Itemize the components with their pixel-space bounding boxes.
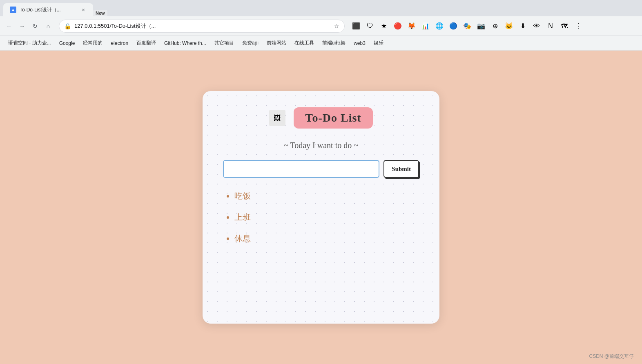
card-title-badge: To-Do List bbox=[294, 107, 372, 129]
bookmark-label-12: 娱乐 bbox=[374, 40, 383, 47]
bookmark-label-5: GitHub: Where th... bbox=[164, 40, 206, 46]
bookmark-item-2[interactable]: 经常用的 bbox=[80, 38, 106, 48]
browser-tab-active[interactable]: ● To-Do-List设计（... ✕ bbox=[3, 3, 93, 16]
bookmark-item-1[interactable]: Google bbox=[56, 39, 78, 48]
bookmark-item-11[interactable]: web3 bbox=[350, 39, 369, 48]
extension-icon-4[interactable]: 🔴 bbox=[391, 20, 404, 33]
extension-icon-14[interactable]: N bbox=[544, 20, 557, 33]
extension-icon-13[interactable]: 👁 bbox=[530, 20, 543, 33]
subtitle-text: ~ Today I want to do ~ bbox=[284, 141, 358, 150]
input-row: Submit bbox=[223, 160, 419, 178]
home-button[interactable]: ⌂ bbox=[42, 20, 54, 32]
new-tab-icon[interactable]: ⊕ bbox=[488, 20, 502, 33]
bookmark-label-11: web3 bbox=[354, 40, 366, 46]
tab-favicon: ● bbox=[10, 7, 16, 13]
new-tab-badge[interactable]: New bbox=[93, 10, 107, 16]
extension-icon-8[interactable]: 🔵 bbox=[447, 20, 460, 33]
page-content: 🖼 To-Do List ~ Today I want to do ~ Subm… bbox=[0, 51, 642, 364]
todo-card: 🖼 To-Do List ~ Today I want to do ~ Subm… bbox=[203, 91, 439, 324]
bookmark-item-6[interactable]: 其它项目 bbox=[211, 38, 237, 48]
bookmark-item-4[interactable]: 百度翻译 bbox=[133, 38, 159, 48]
bookmark-item-3[interactable]: electron bbox=[107, 39, 132, 48]
extension-icon-9[interactable]: 🎭 bbox=[461, 20, 474, 33]
bookmark-label-1: Google bbox=[59, 40, 75, 46]
bookmark-item-12[interactable]: 娱乐 bbox=[370, 38, 387, 48]
tab-title: To-Do-List设计（... bbox=[20, 7, 77, 13]
forward-button[interactable]: → bbox=[16, 20, 28, 32]
tab-close-button[interactable]: ✕ bbox=[80, 7, 87, 13]
bookmark-label-7: 免费api bbox=[242, 40, 259, 47]
bookmark-item-8[interactable]: 前端网站 bbox=[263, 38, 290, 48]
bookmark-label-0: 语雀空间 - 助力企... bbox=[8, 40, 51, 47]
address-text: 127.0.0.1:5501/To-Do-List设计（... bbox=[74, 22, 331, 30]
bookmark-item-9[interactable]: 在线工具 bbox=[291, 38, 317, 48]
browser-chrome: ● To-Do-List设计（... ✕ New ← → ↻ ⌂ 🔒 127.0… bbox=[0, 0, 642, 51]
list-item: 休息 bbox=[234, 233, 419, 244]
browser-tab-bar: ● To-Do-List设计（... ✕ New bbox=[0, 0, 642, 16]
card-logo-image: 🖼 bbox=[269, 110, 285, 126]
extension-icon-6[interactable]: 📊 bbox=[419, 20, 432, 33]
extension-icon-10[interactable]: 📷 bbox=[475, 20, 488, 33]
extension-icon-1[interactable]: ⬛ bbox=[350, 20, 363, 33]
bookmarks-bar: 语雀空间 - 助力企... Google 经常用的 electron 百度翻译 … bbox=[0, 36, 642, 51]
bookmark-label-9: 在线工具 bbox=[294, 40, 314, 47]
list-item: 上班 bbox=[234, 211, 419, 223]
extension-icon-11[interactable]: 🐱 bbox=[502, 20, 515, 33]
todo-input[interactable] bbox=[223, 160, 379, 178]
list-item: 吃饭 bbox=[234, 190, 419, 202]
menu-button[interactable]: ⋮ bbox=[572, 20, 585, 33]
bookmark-item-10[interactable]: 前端ui框架 bbox=[319, 38, 349, 48]
bookmark-label-8: 前端网站 bbox=[267, 40, 286, 47]
extension-icon-7[interactable]: 🌐 bbox=[433, 20, 446, 33]
footer-credit: CSDN @前端交互仔 bbox=[589, 353, 634, 359]
list-item-text-0: 吃饭 bbox=[234, 191, 251, 200]
extension-icon-3[interactable]: ★ bbox=[377, 20, 390, 33]
card-subtitle: ~ Today I want to do ~ bbox=[223, 141, 419, 150]
list-item-text-1: 上班 bbox=[234, 213, 251, 222]
list-item-text-2: 休息 bbox=[234, 234, 251, 243]
toolbar-icons: ⬛ 🛡 ★ 🔴 🦊 📊 🌐 🔵 🎭 📷 ⊕ 🐱 ⬇ 👁 N 🗺 ⋮ bbox=[350, 20, 585, 33]
browser-toolbar: ← → ↻ ⌂ 🔒 127.0.0.1:5501/To-Do-List设计（..… bbox=[0, 16, 642, 36]
reload-button[interactable]: ↻ bbox=[29, 20, 41, 32]
bookmark-label-6: 其它项目 bbox=[214, 40, 234, 47]
bookmark-label-2: 经常用的 bbox=[83, 40, 103, 47]
todo-list: 吃饭 上班 休息 bbox=[223, 190, 419, 244]
bookmark-item-7[interactable]: 免费api bbox=[239, 38, 262, 48]
bookmark-star-icon[interactable]: ☆ bbox=[334, 23, 339, 29]
address-bar[interactable]: 🔒 127.0.0.1:5501/To-Do-List设计（... ☆ bbox=[59, 20, 345, 33]
submit-label: Submit bbox=[392, 166, 411, 172]
page-footer: CSDN @前端交互仔 bbox=[589, 353, 634, 360]
bookmark-label-10: 前端ui框架 bbox=[322, 40, 346, 47]
app-title: To-Do List bbox=[305, 111, 361, 124]
back-button[interactable]: ← bbox=[3, 20, 15, 32]
submit-button[interactable]: Submit bbox=[383, 160, 419, 178]
security-icon: 🔒 bbox=[64, 23, 71, 29]
bookmark-label-3: electron bbox=[111, 40, 128, 46]
card-header: 🖼 To-Do List bbox=[223, 107, 419, 129]
bookmark-item-5[interactable]: GitHub: Where th... bbox=[161, 39, 210, 48]
extension-icon-15[interactable]: 🗺 bbox=[558, 20, 571, 33]
extension-icon-2[interactable]: 🛡 bbox=[363, 20, 377, 33]
extension-icon-5[interactable]: 🦊 bbox=[405, 20, 418, 33]
bookmark-label-4: 百度翻译 bbox=[136, 40, 156, 47]
bookmark-item-0[interactable]: 语雀空间 - 助力企... bbox=[5, 38, 54, 48]
extension-icon-12[interactable]: ⬇ bbox=[516, 20, 529, 33]
